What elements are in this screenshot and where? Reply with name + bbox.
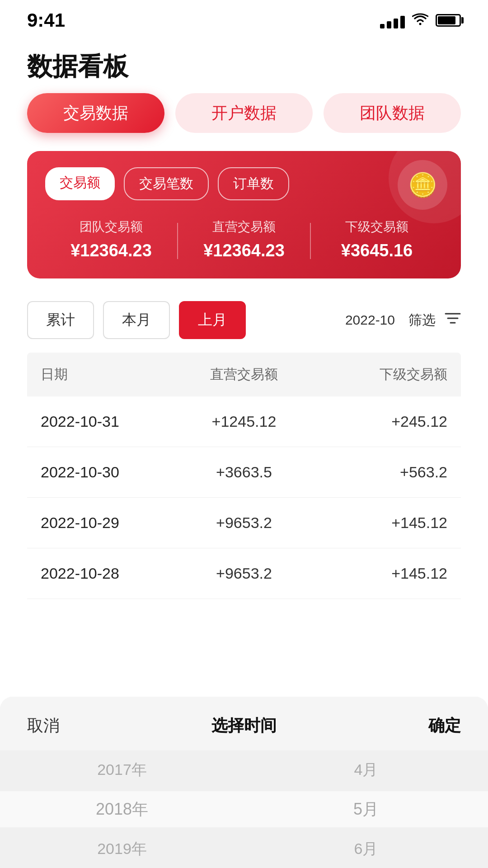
signal-icon [380, 12, 405, 28]
card-stats: 团队交易额 ¥12364.23 直营交易额 ¥12364.23 下级交易额 ¥3… [45, 218, 443, 260]
period-filter-row: 累计 本月 上月 2022-10 筛选 [0, 301, 488, 339]
cell-sub-0: +245.12 [312, 413, 447, 430]
header-direct: 直营交易额 [176, 365, 312, 384]
status-time: 9:41 [27, 9, 65, 31]
stat-team: 团队交易额 ¥12364.23 [45, 218, 177, 260]
date-picker-overlay: 取消 选择时间 确定 2016年 2017年 2018年 2019年 2020年… [0, 697, 488, 868]
year-item-2: 2018年 [0, 789, 244, 830]
cell-direct-0: +1245.12 [176, 413, 312, 430]
cell-direct-2: +9653.2 [176, 514, 312, 532]
card-sub-tabs: 交易额 交易笔数 订单数 [45, 167, 443, 200]
page-title: 数据看板 [0, 36, 488, 93]
month-picker-col[interactable]: 3月 4月 5月 6月 7月 [244, 750, 488, 868]
top-tabs: 交易数据 开户数据 团队数据 [0, 93, 488, 133]
tab-team[interactable]: 团队数据 [324, 93, 461, 133]
period-last-month[interactable]: 上月 [179, 301, 246, 339]
table-header: 日期 直营交易额 下级交易额 [27, 353, 461, 396]
stat-sub: 下级交易额 ¥3645.16 [311, 218, 443, 260]
trade-card: 🪙 交易额 交易笔数 订单数 团队交易额 ¥12364.23 直营交易额 ¥12… [27, 151, 461, 278]
stat-direct-value: ¥12364.23 [178, 241, 310, 260]
cell-date-0: 2022-10-31 [41, 413, 176, 430]
date-picker-cancel[interactable]: 取消 [27, 715, 60, 737]
date-picker-title: 选择时间 [211, 715, 277, 737]
table-row: 2022-10-30 +3663.5 +563.2 [27, 447, 461, 498]
date-picker-header: 取消 选择时间 确定 [0, 697, 488, 750]
stat-team-value: ¥12364.23 [45, 241, 177, 260]
cell-direct-3: +9653.2 [176, 565, 312, 582]
battery-icon [436, 14, 461, 27]
table-row: 2022-10-29 +9653.2 +145.12 [27, 498, 461, 548]
cell-sub-1: +563.2 [312, 463, 447, 481]
header-date: 日期 [41, 365, 176, 384]
stat-sub-value: ¥3645.16 [311, 241, 443, 260]
year-item-1: 2017年 [0, 750, 244, 789]
filter-icon[interactable] [445, 311, 461, 329]
header-sub: 下级交易额 [312, 365, 447, 384]
data-table: 日期 直营交易额 下级交易额 2022-10-31 +1245.12 +245.… [27, 353, 461, 599]
filter-date-text: 2022-10 [345, 312, 395, 328]
table-row: 2022-10-28 +9653.2 +145.12 [27, 548, 461, 599]
status-bar: 9:41 [0, 0, 488, 36]
sub-tab-count[interactable]: 交易笔数 [124, 167, 209, 200]
year-item-3: 2019年 [0, 830, 244, 868]
date-picker-body[interactable]: 2016年 2017年 2018年 2019年 2020年 3月 4月 5月 6… [0, 750, 488, 868]
month-item-2: 5月 [244, 789, 488, 830]
wifi-icon [412, 12, 428, 29]
month-item-3: 6月 [244, 830, 488, 868]
stat-direct: 直营交易额 ¥12364.23 [178, 218, 310, 260]
filter-label: 筛选 [408, 311, 436, 330]
stat-sub-label: 下级交易额 [311, 218, 443, 236]
cell-date-2: 2022-10-29 [41, 514, 176, 532]
sub-tab-amount[interactable]: 交易额 [45, 167, 115, 200]
status-icons [380, 12, 461, 29]
cell-date-3: 2022-10-28 [41, 565, 176, 582]
sub-tab-order[interactable]: 订单数 [218, 167, 289, 200]
table-row: 2022-10-31 +1245.12 +245.12 [27, 396, 461, 447]
tab-trade[interactable]: 交易数据 [27, 93, 164, 133]
coin-icon: 🪙 [398, 160, 447, 210]
cell-sub-3: +145.12 [312, 565, 447, 582]
cell-sub-2: +145.12 [312, 514, 447, 532]
cell-direct-1: +3663.5 [176, 463, 312, 481]
period-current-month[interactable]: 本月 [103, 301, 170, 339]
stat-team-label: 团队交易额 [45, 218, 177, 236]
tab-account[interactable]: 开户数据 [175, 93, 313, 133]
date-picker-confirm[interactable]: 确定 [428, 715, 461, 737]
cell-date-1: 2022-10-30 [41, 463, 176, 481]
month-item-1: 4月 [244, 750, 488, 789]
year-picker-col[interactable]: 2016年 2017年 2018年 2019年 2020年 [0, 750, 244, 868]
period-cumulative[interactable]: 累计 [27, 301, 94, 339]
stat-direct-label: 直营交易额 [178, 218, 310, 236]
